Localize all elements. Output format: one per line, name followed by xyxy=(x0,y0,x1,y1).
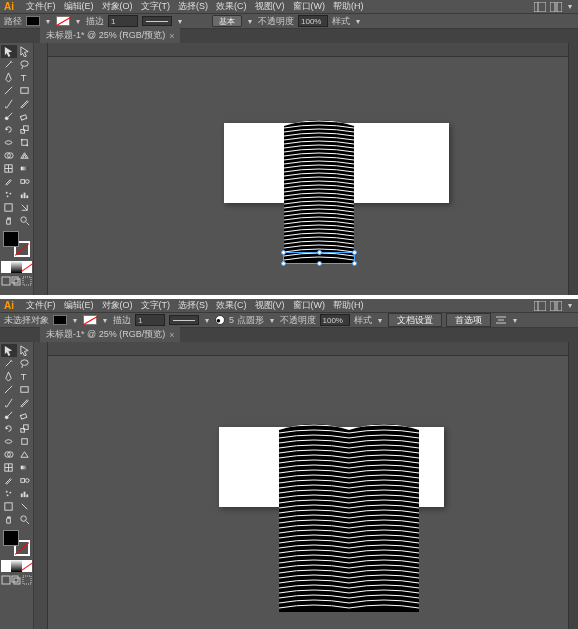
mesh-tool-icon[interactable] xyxy=(1,461,17,474)
menu-window[interactable]: 窗口(W) xyxy=(293,299,326,312)
shape-builder-tool-icon[interactable] xyxy=(1,448,17,461)
stroke-weight-input[interactable] xyxy=(135,314,165,326)
pencil-tool-icon[interactable] xyxy=(17,97,33,110)
document-tab[interactable]: 未标题-1* @ 25% (RGB/预览) × xyxy=(40,28,180,43)
opacity-input[interactable] xyxy=(320,314,350,326)
fill-dropdown-icon[interactable]: ▾ xyxy=(71,315,79,325)
menu-effect[interactable]: 效果(C) xyxy=(216,0,247,13)
blob-brush-tool-icon[interactable] xyxy=(1,409,17,422)
rotate-tool-icon[interactable] xyxy=(1,422,17,435)
menu-help[interactable]: 帮助(H) xyxy=(333,0,364,13)
free-transform-tool-icon[interactable] xyxy=(17,435,33,448)
line-tool-icon[interactable] xyxy=(1,383,17,396)
lasso-tool-icon[interactable] xyxy=(17,357,33,370)
menu-window[interactable]: 窗口(W) xyxy=(293,0,326,13)
selection-tool-icon[interactable] xyxy=(1,45,17,58)
document-tab[interactable]: 未标题-1* @ 25% (RGB/预览) × xyxy=(40,327,180,342)
paintbrush-tool-icon[interactable] xyxy=(1,97,17,110)
rectangle-tool-icon[interactable] xyxy=(17,84,33,97)
color-mode-solid[interactable] xyxy=(1,261,11,273)
free-transform-tool-icon[interactable] xyxy=(17,136,33,149)
stroke-weight-input[interactable] xyxy=(108,15,138,27)
direct-selection-tool-icon[interactable] xyxy=(17,45,33,58)
brush-dot-icon[interactable]: ● xyxy=(215,315,225,325)
color-mode-none[interactable] xyxy=(22,560,32,572)
brush-basic-button[interactable]: 基本 xyxy=(212,15,242,27)
drawing-mode-normal-icon[interactable] xyxy=(1,574,11,586)
gradient-tool-icon[interactable] xyxy=(17,461,33,474)
stroke-style-dropdown-icon[interactable]: ▾ xyxy=(203,315,211,325)
artwork-lined-shape[interactable] xyxy=(284,118,354,263)
fill-swatch-large[interactable] xyxy=(3,530,19,546)
line-tool-icon[interactable] xyxy=(1,84,17,97)
rotate-tool-icon[interactable] xyxy=(1,123,17,136)
perspective-grid-tool-icon[interactable] xyxy=(17,448,33,461)
blend-tool-icon[interactable] xyxy=(17,474,33,487)
menu-effect[interactable]: 效果(C) xyxy=(216,299,247,312)
rectangle-tool-icon[interactable] xyxy=(17,383,33,396)
column-graph-tool-icon[interactable] xyxy=(17,487,33,500)
preferences-button[interactable]: 首选项 xyxy=(446,313,491,327)
menu-file[interactable]: 文件(F) xyxy=(26,299,56,312)
style-dropdown-icon[interactable]: ▾ xyxy=(354,16,362,26)
stroke-style-dropdown-icon[interactable]: ▾ xyxy=(176,16,184,26)
menu-edit[interactable]: 编辑(E) xyxy=(64,0,94,13)
perspective-grid-tool-icon[interactable] xyxy=(17,149,33,162)
arrange-icon[interactable] xyxy=(550,2,562,12)
fill-swatch[interactable] xyxy=(26,16,40,26)
slice-tool-icon[interactable] xyxy=(17,500,33,513)
menu-object[interactable]: 对象(O) xyxy=(102,299,133,312)
eyedropper-tool-icon[interactable] xyxy=(1,175,17,188)
opacity-input[interactable] xyxy=(298,15,328,27)
align-icon[interactable] xyxy=(495,315,507,325)
menu-object[interactable]: 对象(O) xyxy=(102,0,133,13)
fill-dropdown-icon[interactable]: ▾ xyxy=(44,16,52,26)
stroke-dropdown-icon[interactable]: ▾ xyxy=(101,315,109,325)
close-tab-icon[interactable]: × xyxy=(169,330,174,340)
blend-tool-icon[interactable] xyxy=(17,175,33,188)
brush-dropdown-icon[interactable]: ▾ xyxy=(246,16,254,26)
layout-icon[interactable] xyxy=(534,301,546,311)
artwork-lined-shape-left[interactable] xyxy=(279,422,349,612)
scale-tool-icon[interactable] xyxy=(17,422,33,435)
drawing-mode-behind-icon[interactable] xyxy=(11,574,21,586)
symbol-sprayer-tool-icon[interactable] xyxy=(1,188,17,201)
width-tool-icon[interactable] xyxy=(1,136,17,149)
brush-dropdown-icon[interactable]: ▾ xyxy=(268,315,276,325)
paintbrush-tool-icon[interactable] xyxy=(1,396,17,409)
canvas[interactable] xyxy=(34,43,568,295)
stroke-dropdown-icon[interactable]: ▾ xyxy=(74,16,82,26)
artboard-tool-icon[interactable] xyxy=(1,500,17,513)
color-mode-solid[interactable] xyxy=(1,560,11,572)
type-tool-icon[interactable]: T xyxy=(17,370,33,383)
zoom-tool-icon[interactable] xyxy=(17,214,33,227)
arrange-dropdown-icon[interactable]: ▾ xyxy=(566,301,574,311)
document-setup-button[interactable]: 文档设置 xyxy=(388,313,442,327)
eraser-tool-icon[interactable] xyxy=(17,409,33,422)
drawing-mode-normal-icon[interactable] xyxy=(1,275,11,287)
column-graph-tool-icon[interactable] xyxy=(17,188,33,201)
stroke-swatch[interactable] xyxy=(83,315,97,325)
magic-wand-tool-icon[interactable] xyxy=(1,357,17,370)
pen-tool-icon[interactable] xyxy=(1,370,17,383)
drawing-mode-behind-icon[interactable] xyxy=(11,275,21,287)
hand-tool-icon[interactable] xyxy=(1,214,17,227)
selection-tool-icon[interactable] xyxy=(1,344,17,357)
panel-dock[interactable] xyxy=(568,342,578,629)
arrange-dropdown-icon[interactable]: ▾ xyxy=(566,2,574,12)
color-mode-none[interactable] xyxy=(22,261,32,273)
menu-view[interactable]: 视图(V) xyxy=(255,299,285,312)
scale-tool-icon[interactable] xyxy=(17,123,33,136)
menu-select[interactable]: 选择(S) xyxy=(178,0,208,13)
magic-wand-tool-icon[interactable] xyxy=(1,58,17,71)
type-tool-icon[interactable]: T xyxy=(17,71,33,84)
drawing-mode-inside-icon[interactable] xyxy=(22,574,32,586)
fill-stroke-selector[interactable] xyxy=(3,231,30,257)
align-dropdown-icon[interactable]: ▾ xyxy=(511,315,519,325)
stroke-style-preview[interactable] xyxy=(142,16,172,26)
arrange-icon[interactable] xyxy=(550,301,562,311)
menu-view[interactable]: 视图(V) xyxy=(255,0,285,13)
lasso-tool-icon[interactable] xyxy=(17,58,33,71)
mesh-tool-icon[interactable] xyxy=(1,162,17,175)
menu-edit[interactable]: 编辑(E) xyxy=(64,299,94,312)
